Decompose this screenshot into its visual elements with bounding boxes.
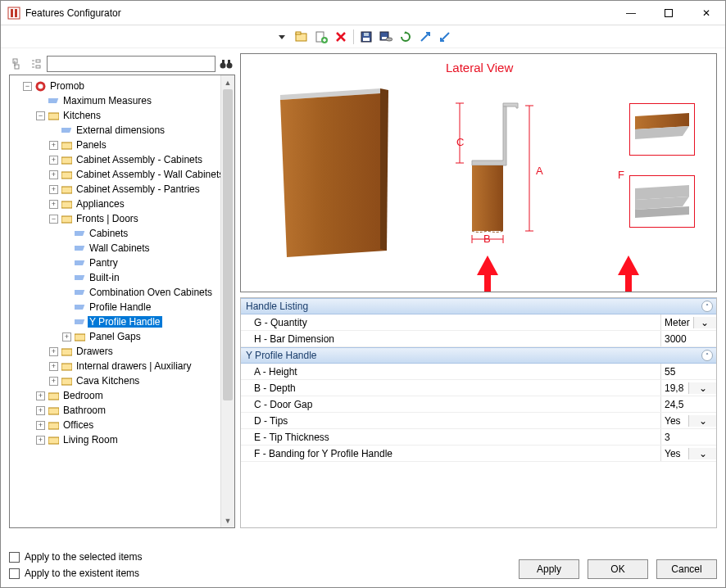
svg-rect-9: [363, 38, 370, 41]
svg-rect-20: [222, 60, 225, 63]
collapse-icon[interactable]: −: [23, 82, 32, 91]
tree-scrollbar[interactable]: ▲ ▼: [220, 75, 234, 527]
tree-node-y-profile-handle[interactable]: Y Profile Handle: [11, 314, 233, 329]
collapse-icon[interactable]: −: [36, 111, 45, 120]
chevron-down-icon[interactable]: ⌄: [688, 448, 716, 459]
expand-icon[interactable]: +: [36, 421, 45, 430]
folder-icon: [61, 169, 72, 180]
tree-node[interactable]: Wall Cabinets: [11, 241, 233, 256]
expand-icon[interactable]: +: [49, 185, 58, 194]
prop-value-combo[interactable]: Meter⌄: [660, 314, 716, 330]
tree-node-kitchens[interactable]: −Kitchens: [11, 108, 233, 123]
tree-tool-2-icon[interactable]: [29, 57, 43, 71]
tree-node[interactable]: +Cava Kitchens: [11, 373, 233, 388]
chevron-up-icon[interactable]: ˄: [701, 301, 713, 312]
expand-icon[interactable]: +: [49, 362, 58, 371]
binoculars-icon[interactable]: [219, 57, 234, 71]
svg-rect-10: [364, 33, 369, 36]
expand-icon[interactable]: +: [36, 436, 45, 445]
arrow-2-icon: [616, 256, 641, 292]
tree-node[interactable]: +Cabinet Assembly - Wall Cabinets: [11, 167, 233, 182]
prop-name: F - Banding for Y Profile Handle: [241, 448, 660, 459]
chevron-down-icon[interactable]: ⌄: [688, 415, 716, 427]
tree-node[interactable]: +Appliances: [11, 197, 233, 211]
scroll-thumb[interactable]: [223, 89, 233, 400]
prop-value-input[interactable]: [660, 331, 716, 346]
apply-existent-checkbox[interactable]: Apply to the existent items: [9, 568, 510, 579]
tree-node[interactable]: External dimensions: [11, 123, 233, 138]
chevron-down-icon[interactable]: ⌄: [688, 382, 716, 394]
dim-f-label: F: [618, 169, 624, 181]
prop-row: G - Quantity Meter⌄: [241, 314, 716, 331]
tree-node[interactable]: Built-in: [11, 270, 233, 285]
properties-panel: Handle Listing˄ G - Quantity Meter⌄ H - …: [240, 297, 717, 528]
checkbox-icon[interactable]: [9, 568, 20, 579]
section-y-profile-handle[interactable]: Y Profile Handle˄: [241, 347, 716, 364]
expand-icon[interactable]: +: [49, 170, 58, 179]
prop-name: D - Tips: [241, 415, 660, 427]
expand-icon[interactable]: +: [62, 332, 71, 341]
scroll-down-icon[interactable]: ▼: [221, 513, 234, 527]
tree-node[interactable]: +Living Room: [11, 432, 233, 447]
ok-button[interactable]: OK: [588, 559, 648, 579]
checkbox-icon[interactable]: [9, 552, 20, 563]
tree-search-input[interactable]: [47, 56, 216, 72]
tree-node[interactable]: Combination Oven Cabinets: [11, 285, 233, 300]
tree-node[interactable]: +Cabinet Assembly - Cabinets: [11, 152, 233, 167]
expand-icon[interactable]: +: [49, 347, 58, 356]
chevron-up-icon[interactable]: ˄: [701, 350, 713, 361]
collapse-icon[interactable]: −: [49, 215, 58, 224]
tree-node[interactable]: +Internal drawers | Auxiliary: [11, 359, 233, 373]
tree-node[interactable]: Maximum Measures: [11, 93, 233, 108]
tree-node[interactable]: Pantry: [11, 256, 233, 270]
folder-icon: [61, 213, 72, 224]
expand-icon[interactable]: +: [36, 391, 45, 400]
maximize-button[interactable]: [650, 1, 687, 25]
expand-icon[interactable]: +: [49, 141, 58, 150]
tree-node-fronts-doors[interactable]: −Fronts | Doors: [11, 211, 233, 226]
insert-icon[interactable]: [314, 29, 329, 44]
prop-value-combo[interactable]: 19,8⌄: [660, 380, 716, 396]
tree-node[interactable]: +Panels: [11, 138, 233, 152]
tree-node[interactable]: +Bathroom: [11, 403, 233, 418]
tree-node[interactable]: +Cabinet Assembly - Pantries: [11, 182, 233, 197]
prop-value-combo[interactable]: Yes⌄: [660, 446, 716, 461]
expand-icon[interactable]: +: [49, 377, 58, 386]
svg-rect-46: [48, 423, 59, 429]
prop-value-input[interactable]: [660, 429, 716, 445]
cancel-button[interactable]: Cancel: [656, 559, 717, 579]
scroll-up-icon[interactable]: ▲: [221, 75, 234, 89]
minimize-button[interactable]: —: [612, 1, 650, 25]
folder-icon: [61, 346, 72, 357]
chevron-down-icon[interactable]: ⌄: [693, 317, 716, 328]
prop-value-combo[interactable]: Yes⌄: [660, 413, 716, 428]
save-db-icon[interactable]: [379, 29, 393, 44]
folder-icon: [48, 405, 59, 416]
delete-icon[interactable]: [334, 29, 348, 44]
refresh-icon[interactable]: [398, 29, 413, 44]
section-handle-listing[interactable]: Handle Listing˄: [241, 298, 716, 314]
save-icon[interactable]: [359, 29, 374, 44]
open-icon[interactable]: [294, 29, 309, 44]
tree-node-promob[interactable]: −Promob: [11, 79, 233, 93]
close-button[interactable]: ✕: [687, 1, 725, 25]
thumb-f-bottom: [629, 175, 695, 228]
tree-node[interactable]: +Offices: [11, 418, 233, 432]
expand-icon[interactable]: +: [49, 156, 58, 165]
prop-value-input[interactable]: [660, 396, 716, 412]
expand-icon[interactable]: +: [36, 406, 45, 415]
apply-selected-checkbox[interactable]: Apply to the selected items: [9, 551, 510, 563]
svg-rect-24: [48, 98, 58, 103]
apply-button[interactable]: Apply: [519, 559, 579, 579]
tree-node[interactable]: +Bedroom: [11, 388, 233, 403]
tree-node[interactable]: Profile Handle: [11, 300, 233, 314]
collapse-diag-icon[interactable]: [438, 29, 452, 44]
tree-tool-1-icon[interactable]: [11, 57, 25, 71]
expand-diag-icon[interactable]: [418, 29, 433, 44]
expand-icon[interactable]: +: [49, 200, 58, 209]
tree-node[interactable]: Cabinets: [11, 226, 233, 241]
tree-node[interactable]: +Panel Gaps: [11, 329, 233, 344]
prop-value-input[interactable]: [660, 364, 716, 379]
tree-node[interactable]: +Drawers: [11, 344, 233, 359]
toolbar-dropdown-icon[interactable]: [275, 29, 289, 44]
